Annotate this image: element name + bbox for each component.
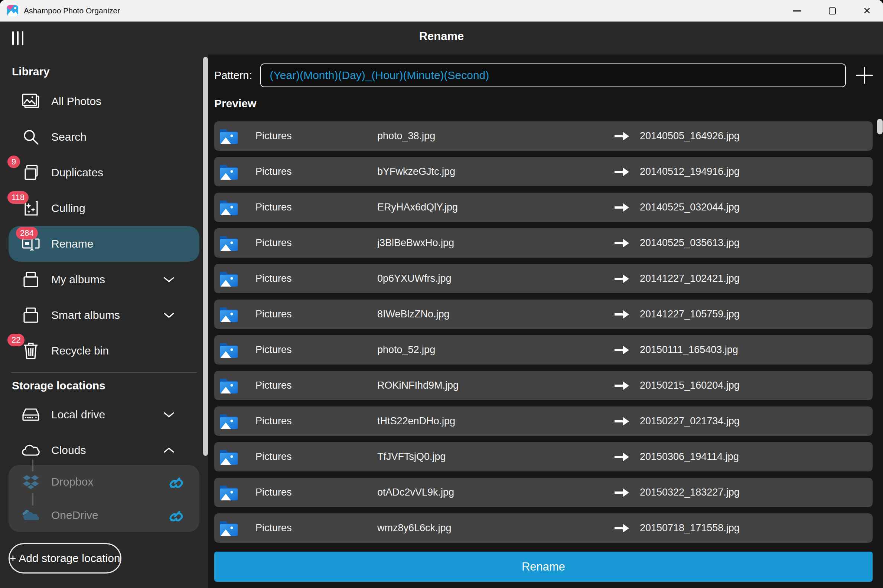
row-folder: Pictures [255,380,377,391]
duplicates-badge: 9 [8,156,20,168]
chevron-up-icon[interactable] [164,447,174,454]
row-folder: Pictures [255,273,377,284]
storage-section-header: Storage locations [12,378,208,393]
library-section-header: Library [12,64,208,79]
sidebar-item-local-drive[interactable]: Local drive [0,397,208,432]
cloud-accounts-panel: Dropbox OneDrive [9,465,200,532]
row-old-name: 8IWeBlzZNo.jpg [377,309,614,320]
row-old-name: bYFwkzeGJtc.jpg [377,166,614,177]
preview-row: Pictures photo_52.jpg 20150111_165403.jp… [214,335,872,364]
row-folder: Pictures [255,237,377,249]
onedrive-icon [21,505,41,525]
sidebar-item-label: Duplicates [51,166,103,179]
sidebar-item-all-photos[interactable]: All Photos [0,84,208,119]
window-title: Ashampoo Photo Organizer [24,6,120,15]
smart-albums-icon [21,305,41,325]
arrow-right-icon [614,274,640,284]
close-icon: ✕ [863,6,871,16]
folder-icon [219,342,239,358]
maximize-button[interactable] [825,4,839,18]
dropbox-link-icon[interactable] [168,474,184,490]
sidebar-item-rename[interactable]: 284 Rename [9,226,200,262]
sidebar-item-recycle-bin[interactable]: 22 Recycle bin [0,333,208,369]
sidebar-item-my-albums[interactable]: My albums [0,262,208,297]
row-new-name: 20150215_160204.jpg [640,380,872,391]
folder-icon [219,164,239,180]
preview-row: Pictures 0p6YXUWfrs.jpg 20141227_102421.… [214,264,872,293]
cloud-item-label: Dropbox [51,476,93,488]
sidebar-item-smart-albums[interactable]: Smart albums [0,297,208,333]
row-old-name: ERyHAx6dQlY.jpg [377,202,614,213]
folder-icon [219,199,239,216]
sidebar-item-label: All Photos [51,95,101,108]
sidebar-item-label: Culling [51,202,86,214]
row-folder: Pictures [255,166,377,177]
row-old-name: otADc2vVL9k.jpg [377,487,614,498]
preview-row: Pictures 8IWeBlzZNo.jpg 20141227_105759.… [214,300,872,329]
pattern-input[interactable] [260,63,846,87]
row-new-name: 20140505_164926.jpg [640,130,872,142]
preview-row: Pictures bYFwkzeGJtc.jpg 20140512_194916… [214,157,872,186]
preview-row: Pictures otADc2vVL9k.jpg 20150322_183227… [214,478,872,507]
arrow-right-icon [614,202,640,212]
arrow-right-icon [614,417,640,426]
row-new-name: 20150322_183227.jpg [640,487,872,498]
sidebar-divider [11,372,197,373]
sidebar-item-onedrive[interactable]: OneDrive [9,498,200,532]
minimize-button[interactable] [790,4,804,18]
add-storage-location-button[interactable]: + Add storage location [9,543,122,573]
chevron-down-icon[interactable] [164,312,174,318]
row-new-name: 20141227_102421.jpg [640,273,872,284]
minimize-icon [793,10,801,12]
add-pattern-button[interactable] [856,66,873,84]
folder-icon [219,306,239,323]
folder-icon [219,377,239,394]
row-old-name: wmz8y6L6ck.jpg [377,522,614,534]
main-content: Pattern: Preview [208,55,883,588]
duplicates-icon [21,163,41,183]
preview-row: Pictures photo_38.jpg 20140505_164926.jp… [214,122,872,151]
onedrive-link-icon[interactable] [168,507,184,523]
sidebar-scrollbar-thumb[interactable] [203,57,208,456]
sidebar-item-clouds[interactable]: Clouds [0,432,208,468]
row-folder: Pictures [255,202,377,213]
sidebar: Library All Photos [0,55,208,588]
row-old-name: photo_38.jpg [377,130,614,142]
close-button[interactable]: ✕ [860,4,874,18]
photos-icon [21,92,41,111]
preview-header: Preview [214,97,883,110]
sidebar-item-label: My albums [51,273,105,286]
preview-row: Pictures wmz8y6L6ck.jpg 20150718_171558.… [214,513,872,543]
albums-icon [21,270,41,290]
app-logo-icon [7,5,18,17]
appbar: Rename [0,21,883,55]
row-new-name: 20150306_194114.jpg [640,451,872,462]
folder-icon [219,484,239,501]
row-folder: Pictures [255,344,377,356]
folder-icon [219,413,239,430]
sidebar-item-duplicates[interactable]: 9 Duplicates [0,155,208,190]
chevron-down-icon[interactable] [164,412,174,418]
arrow-right-icon [614,131,640,141]
list-scrollbar-thumb[interactable] [877,119,883,134]
folder-icon [219,270,239,287]
sidebar-item-dropbox[interactable]: Dropbox [9,465,200,498]
sidebar-item-search[interactable]: Search [0,119,208,155]
sidebar-item-culling[interactable]: 118 Culling [0,190,208,226]
sidebar-item-label: Recycle bin [51,345,109,357]
sidebar-item-label: Search [51,130,87,143]
row-old-name: TfJVFTsjQ0.jpg [377,451,614,462]
dropbox-icon [21,472,41,492]
culling-badge: 118 [8,191,29,204]
pattern-row: Pattern: [214,63,883,87]
row-old-name: photo_52.jpg [377,344,614,356]
tree-connector-line [32,493,33,506]
arrow-right-icon [614,167,640,177]
maximize-icon [829,8,836,15]
arrow-right-icon [614,345,640,355]
rename-badge: 284 [16,227,38,239]
rename-button[interactable]: Rename [214,552,872,582]
chevron-down-icon[interactable] [164,276,174,283]
row-new-name: 20150718_171558.jpg [640,522,872,534]
preview-row: Pictures ERyHAx6dQlY.jpg 20140525_032044… [214,193,872,222]
